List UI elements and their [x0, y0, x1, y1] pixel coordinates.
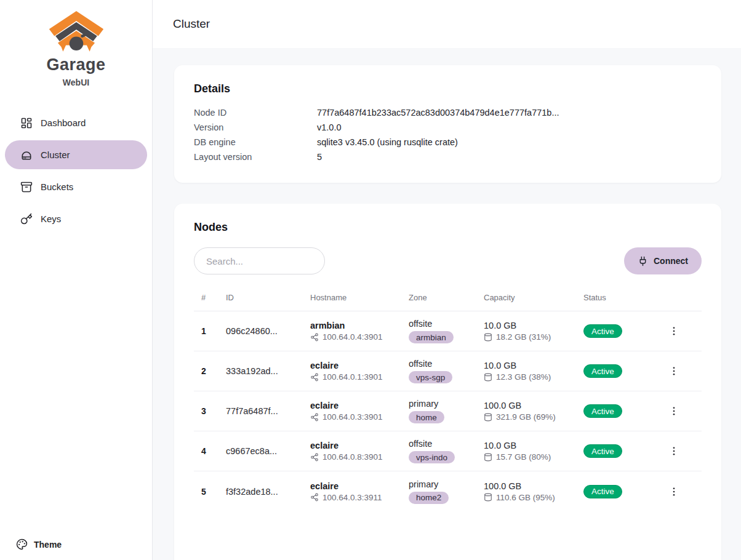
hard-drive-icon — [20, 149, 33, 161]
node-hostname-cell: eclaire 100.64.0.3:3901 — [310, 401, 409, 422]
col-header-index: # — [194, 293, 226, 302]
node-zone: offsite — [409, 359, 484, 369]
node-status-cell: Active — [583, 404, 661, 418]
main-area: Cluster Details Node ID 77f7a6487f41b233… — [153, 0, 741, 560]
node-address: 100.64.0.3:3911 — [322, 493, 382, 502]
node-address-row: 100.64.0.8:3901 — [310, 452, 409, 462]
status-badge: Active — [583, 485, 622, 498]
search-input[interactable] — [194, 247, 325, 274]
node-usage-row: 12.3 GB (38%) — [484, 372, 583, 382]
node-index: 3 — [194, 406, 226, 416]
status-badge: Active — [583, 444, 622, 458]
col-header-capacity: Capacity — [484, 293, 583, 302]
row-menu-button[interactable] — [663, 322, 684, 340]
zone-tag-badge: home2 — [409, 492, 449, 504]
sidebar: Garage WebUI Dashboard — [0, 0, 153, 560]
status-badge: Active — [583, 324, 622, 338]
status-badge: Active — [583, 404, 622, 418]
dashboard-icon — [20, 117, 33, 129]
col-header-id: ID — [226, 293, 310, 302]
table-row: 1 096c24860... armbian 100.64.0.4:3901 o… — [194, 311, 702, 351]
node-address: 100.64.0.4:3901 — [322, 332, 383, 342]
brand-name: Garage — [46, 55, 105, 74]
detail-value: v1.0.0 — [317, 120, 342, 135]
node-capacity: 100.0 GB — [484, 481, 583, 491]
key-icon — [20, 213, 33, 225]
node-index: 1 — [194, 326, 226, 336]
node-hostname: eclaire — [310, 401, 409, 410]
table-row: 3 77f7a6487f... eclaire 100.64.0.3:3901 … — [194, 391, 702, 431]
nodes-toolbar: Connect — [194, 247, 702, 274]
logo-block: Garage WebUI — [0, 10, 152, 87]
theme-button[interactable]: Theme — [16, 538, 62, 550]
zone-tag-badge: vps-sgp — [409, 371, 452, 383]
node-hostname: eclaire — [310, 361, 409, 370]
share-icon — [310, 373, 319, 382]
zone-tag-badge: armbian — [409, 331, 454, 343]
database-icon — [484, 493, 492, 502]
zone-tag-badge: vps-indo — [409, 451, 455, 463]
connect-label: Connect — [654, 256, 688, 266]
detail-row-db-engine: DB engine sqlite3 v3.45.0 (using rusqlit… — [194, 135, 702, 150]
node-menu-cell — [661, 402, 702, 420]
node-usage-row: 15.7 GB (80%) — [484, 452, 583, 462]
node-zone-cell: primary home2 — [409, 479, 484, 504]
database-icon — [484, 373, 492, 382]
node-address-row: 100.64.0.4:3901 — [310, 332, 409, 342]
database-icon — [484, 453, 492, 462]
node-zone: primary — [409, 479, 484, 489]
node-menu-cell — [661, 322, 702, 340]
detail-value: 5 — [317, 150, 322, 164]
node-address-row: 100.64.0.1:3901 — [310, 372, 409, 382]
node-status-cell: Active — [583, 444, 661, 458]
table-row: 2 333a192ad... eclaire 100.64.0.1:3901 o… — [194, 351, 702, 391]
details-card: Details Node ID 77f7a6487f41b233ac572ac8… — [174, 65, 721, 183]
node-address: 100.64.0.1:3901 — [322, 372, 383, 382]
node-usage: 321.9 GB (69%) — [496, 412, 556, 422]
row-menu-button[interactable] — [663, 442, 684, 460]
node-address: 100.64.0.3:3901 — [322, 412, 383, 422]
sidebar-item-dashboard[interactable]: Dashboard — [5, 108, 147, 137]
status-badge: Active — [583, 364, 622, 378]
row-menu-button[interactable] — [663, 482, 684, 501]
detail-label: Version — [194, 120, 317, 135]
details-list: Node ID 77f7a6487f41b233ac572ac83d00374b… — [194, 105, 702, 164]
sidebar-item-buckets[interactable]: Buckets — [5, 172, 147, 201]
node-zone-cell: primary home — [409, 399, 484, 423]
node-zone: offsite — [409, 439, 484, 449]
node-usage: 12.3 GB (38%) — [496, 372, 551, 382]
garage-logo-icon — [47, 10, 105, 52]
node-index: 5 — [194, 487, 226, 497]
node-menu-cell — [661, 362, 702, 380]
zone-tag-badge: home — [409, 411, 444, 423]
share-icon — [310, 333, 319, 342]
nodes-table-body: 1 096c24860... armbian 100.64.0.4:3901 o… — [194, 311, 702, 511]
node-address-row: 100.64.0.3:3901 — [310, 412, 409, 422]
node-hostname-cell: eclaire 100.64.0.3:3911 — [310, 481, 409, 502]
sidebar-item-cluster[interactable]: Cluster — [5, 140, 147, 169]
detail-value: sqlite3 v3.45.0 (using rusqlite crate) — [317, 135, 458, 150]
sidebar-item-label: Buckets — [41, 182, 73, 192]
node-id: f3f32ade18... — [226, 487, 310, 497]
node-usage: 15.7 GB (80%) — [496, 452, 551, 462]
node-hostname-cell: eclaire 100.64.0.8:3901 — [310, 441, 409, 462]
node-hostname: eclaire — [310, 481, 409, 491]
connect-button[interactable]: Connect — [624, 247, 702, 274]
detail-value: 77f7a6487f41b233ac572ac83d00374b479d4e1e… — [317, 105, 559, 120]
table-row: 5 f3f32ade18... eclaire 100.64.0.3:3911 … — [194, 471, 702, 511]
sidebar-item-keys[interactable]: Keys — [5, 204, 147, 233]
node-id: 096c24860... — [226, 326, 310, 336]
node-capacity-cell: 10.0 GB 15.7 GB (80%) — [484, 441, 583, 462]
node-status-cell: Active — [583, 485, 661, 498]
node-zone-cell: offsite vps-indo — [409, 439, 484, 463]
node-capacity-cell: 10.0 GB 12.3 GB (38%) — [484, 361, 583, 382]
node-capacity-cell: 100.0 GB 110.6 GB (95%) — [484, 481, 583, 502]
node-hostname: eclaire — [310, 441, 409, 450]
theme-label: Theme — [34, 540, 62, 550]
col-header-hostname: Hostname — [310, 293, 409, 302]
row-menu-button[interactable] — [663, 362, 684, 380]
detail-row-layout-version: Layout version 5 — [194, 150, 702, 164]
node-status-cell: Active — [583, 324, 661, 338]
row-menu-button[interactable] — [663, 402, 684, 420]
node-index: 4 — [194, 446, 226, 456]
